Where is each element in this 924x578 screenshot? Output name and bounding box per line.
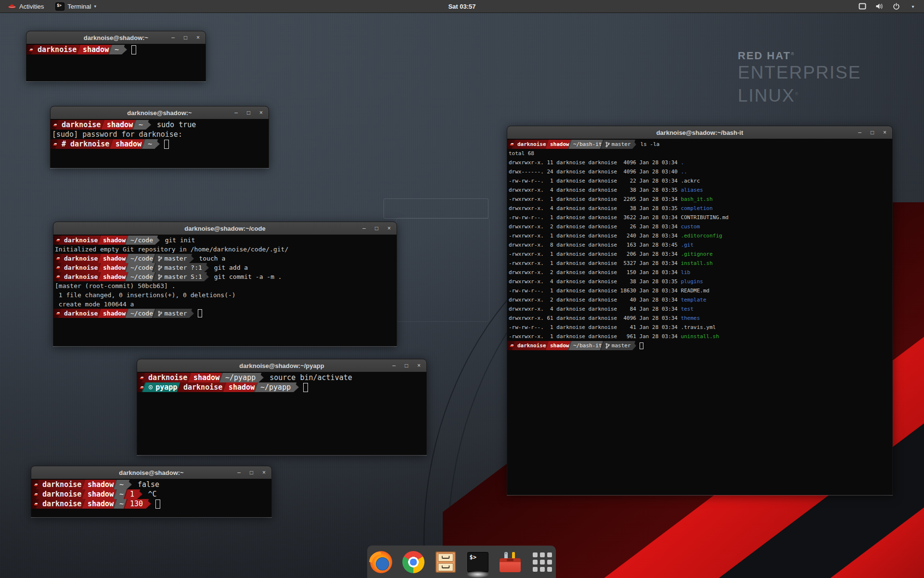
- file-name: .: [681, 159, 684, 166]
- window-controls: –□×: [236, 466, 267, 479]
- app-menu-label: Terminal: [67, 3, 91, 10]
- prompt-path-segment: ~/pyapp: [219, 373, 261, 382]
- terminal-prompt-line: darknoiseshadow~/bash-itmasterls -la: [507, 140, 892, 149]
- minimize-button[interactable]: –: [857, 130, 863, 135]
- minimize-button[interactable]: –: [361, 225, 367, 231]
- terminal-content[interactable]: darknoiseshadow~falsedarknoiseshadow~1^C…: [31, 479, 271, 517]
- minimize-button[interactable]: –: [236, 470, 242, 475]
- activities-label: Activities: [19, 3, 44, 10]
- file-list-row: drwxrwxr-x. 8 darknoise darknoise 163 Ja…: [507, 240, 892, 250]
- terminal-window[interactable]: darknoise@shadow:~–□×darknoiseshadow~fal…: [31, 466, 272, 517]
- terminal-output-line: [sudo] password for darknoise:: [51, 130, 269, 139]
- dock-item-firefox[interactable]: [369, 550, 393, 574]
- file-list-meta: -rw-rw-r--. 1 darknoise darknoise 3622 J…: [509, 214, 681, 221]
- prompt-user-segment: darknoise: [142, 373, 193, 382]
- file-name: .editorconfig: [681, 233, 722, 239]
- volume-icon: [875, 2, 884, 11]
- maximize-button[interactable]: □: [869, 130, 875, 135]
- git-branch-icon: [605, 343, 610, 349]
- dock-item-toolbox[interactable]: [498, 550, 522, 574]
- command-text: ls -la: [641, 140, 660, 149]
- dock-item-terminal[interactable]: $>: [466, 550, 490, 574]
- command-text: git init: [165, 236, 195, 245]
- file-name: install.sh: [681, 260, 713, 266]
- activities-button[interactable]: Activities: [4, 0, 48, 13]
- terminal-content[interactable]: darknoiseshadow~/bash-itmasterls -latota…: [507, 139, 892, 495]
- prompt-user-segment: darknoise: [55, 120, 106, 130]
- minimize-button[interactable]: –: [233, 110, 239, 116]
- minimize-button[interactable]: –: [170, 35, 176, 40]
- maximize-button[interactable]: □: [182, 35, 189, 40]
- maximize-button[interactable]: □: [245, 110, 252, 116]
- dock-item-chrome[interactable]: [401, 550, 425, 574]
- file-list-meta: drwxrwxr-x. 4 darknoise darknoise 38 Jan…: [509, 187, 681, 193]
- terminal-cursor: [164, 140, 169, 149]
- terminal-prompt-line: darknoiseshadow~/codemastertouch a: [53, 254, 397, 263]
- terminal-window[interactable]: darknoise@shadow:~–□×darknoiseshadow~sud…: [50, 106, 269, 168]
- app-menu-terminal[interactable]: $> Terminal ▾: [51, 0, 100, 13]
- file-list-meta: drwxrwxr-x. 2 darknoise darknoise 26 Jan…: [509, 223, 681, 230]
- maximize-button[interactable]: □: [373, 225, 380, 231]
- close-button[interactable]: ×: [386, 225, 392, 231]
- window-titlebar[interactable]: darknoise@shadow:~/code–□×: [53, 222, 397, 235]
- command-text: touch a: [199, 254, 225, 263]
- prompt-git-segment: master: [152, 309, 192, 318]
- file-list-meta: drwxrwxr-x. 4 darknoise darknoise 84 Jan…: [509, 306, 681, 312]
- close-button[interactable]: ×: [258, 110, 264, 116]
- close-button[interactable]: ×: [195, 35, 201, 40]
- minimize-button[interactable]: –: [391, 363, 397, 368]
- close-button[interactable]: ×: [416, 363, 422, 368]
- window-titlebar[interactable]: darknoise@shadow:~–□×: [26, 31, 205, 44]
- clock[interactable]: Sat 03:57: [448, 3, 475, 10]
- terminal-window[interactable]: darknoise@shadow:~–□×darknoiseshadow~: [26, 31, 206, 81]
- rhel-logo-redhat: RED HAT®: [738, 50, 861, 62]
- screen-icon: [858, 2, 867, 11]
- terminal-content[interactable]: darknoiseshadow~/codegit initInitialized…: [53, 235, 397, 346]
- maximize-button[interactable]: □: [403, 363, 410, 368]
- terminal-window[interactable]: darknoise@shadow:~/code–□×darknoiseshado…: [53, 222, 397, 346]
- window-title: darknoise@shadow:~: [84, 34, 148, 41]
- terminal-prompt-line: pyappdarknoiseshadow~/pyapp: [137, 382, 426, 392]
- maximize-button[interactable]: □: [248, 470, 255, 475]
- file-name: completion: [681, 205, 713, 211]
- file-name: custom: [681, 223, 700, 230]
- window-controls: –□×: [233, 106, 264, 119]
- terminal-content[interactable]: darknoiseshadow~: [26, 44, 205, 81]
- terminal-content[interactable]: darknoiseshadow~sudo true[sudo] password…: [51, 119, 269, 168]
- firefox-icon: [370, 551, 392, 573]
- terminal-prompt-line: # darknoiseshadow~: [51, 139, 269, 149]
- close-button[interactable]: ×: [261, 470, 267, 475]
- command-text: git add a: [214, 263, 248, 272]
- file-list-meta: -rwxrwxr-x. 1 darknoise darknoise 240 Ja…: [509, 233, 681, 239]
- window-titlebar[interactable]: darknoise@shadow:~/pyapp–□×: [137, 359, 426, 372]
- terminal-prompt-line: darknoiseshadow~/bash-itmaster: [507, 341, 892, 350]
- file-list-row: drwx------. 24 darknoise darknoise 4096 …: [507, 167, 892, 176]
- window-titlebar[interactable]: darknoise@shadow:~/bash-it–□×: [507, 126, 892, 139]
- window-titlebar[interactable]: darknoise@shadow:~–□×: [51, 106, 269, 119]
- terminal-cursor: [155, 499, 160, 509]
- python-venv-icon: [148, 385, 153, 390]
- file-list-meta: drwxrwxr-x. 61 darknoise darknoise 4096 …: [509, 315, 681, 321]
- status-area[interactable]: ▾: [858, 2, 924, 11]
- file-name: README.md: [681, 288, 710, 294]
- file-manager-icon: [436, 552, 456, 573]
- file-list-meta: -rw-rw-r--. 1 darknoise darknoise 41 Jan…: [509, 324, 681, 330]
- prompt-venv-segment: pyapp: [142, 382, 183, 392]
- file-list-row: -rwxrwxr-x. 1 darknoise darknoise 961 Ja…: [507, 332, 892, 341]
- window-title: darknoise@shadow:~/pyapp: [239, 362, 324, 369]
- close-button[interactable]: ×: [882, 130, 888, 135]
- terminal-window[interactable]: darknoise@shadow:~/bash-it–□×darknoisesh…: [507, 126, 893, 495]
- file-list-meta: -rwxrwxr-x. 1 darknoise darknoise 206 Ja…: [509, 251, 681, 257]
- terminal-content[interactable]: darknoiseshadow~/pyappsource bin/activat…: [137, 372, 426, 455]
- file-list-row: -rwxrwxr-x. 1 darknoise darknoise 5327 J…: [507, 259, 892, 268]
- command-text: sudo true: [157, 120, 196, 130]
- terminal-output-line: [master (root-commit) 50bcb63] .: [53, 281, 397, 290]
- dock-item-files[interactable]: [434, 550, 458, 574]
- window-titlebar[interactable]: darknoise@shadow:~–□×: [31, 466, 271, 479]
- redhat-fedora-icon: [8, 3, 16, 10]
- terminal-cursor: [131, 45, 136, 54]
- terminal-window[interactable]: darknoise@shadow:~/pyapp–□×darknoiseshad…: [137, 359, 427, 455]
- terminal-prompt-line: darknoiseshadow~/codemaster: [53, 309, 397, 318]
- dock-item-show-applications[interactable]: [530, 550, 554, 574]
- prompt-git-segment: master S:1: [152, 272, 207, 281]
